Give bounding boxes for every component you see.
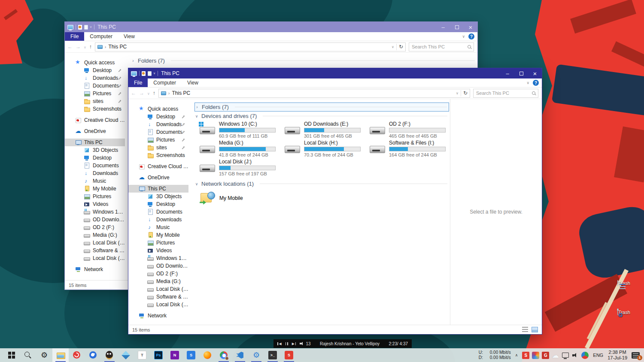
sidebar-item[interactable]: Media (G:) <box>128 278 188 285</box>
sidebar-item[interactable]: OD 2 (F:) <box>65 223 125 231</box>
onenote-app[interactable]: N <box>167 348 183 362</box>
sidebar-item[interactable]: Pictures <box>65 193 125 200</box>
tray-volume-icon[interactable] <box>571 352 579 359</box>
search-button[interactable] <box>20 348 36 362</box>
sidebar-item[interactable]: Local Disk (J:) <box>128 301 188 308</box>
folders-group-header[interactable]: Folders (7) <box>194 103 449 112</box>
sidebar-item[interactable]: Documents <box>65 162 125 169</box>
sidebar-item[interactable]: Desktop <box>65 154 125 162</box>
drive-item[interactable]: Local Disk (J:) 157 GB free of 197 GB <box>200 159 285 178</box>
sidebar-item[interactable]: Software & Files (I:) <box>65 247 125 254</box>
desktop-icon[interactable]: Trash <box>611 310 636 315</box>
forward-button[interactable] <box>76 44 81 50</box>
title-bar[interactable]: ∨ This PC <box>65 22 477 32</box>
ribbon-tab[interactable]: View <box>182 78 204 87</box>
sidebar-item[interactable]: Music <box>128 223 188 231</box>
sidebar-item[interactable]: Windows 10 (C:) <box>128 254 188 262</box>
hidden-icons-chevron-icon[interactable] <box>515 353 518 357</box>
sidebar-item[interactable]: Local Disk (H:) <box>128 285 188 293</box>
maximize-button[interactable] <box>514 68 528 78</box>
media-player-bar[interactable]: 13 Rajesh Krishnan - Yeto Vellipoy 2:23/… <box>273 339 412 348</box>
volume-control[interactable]: 13 <box>300 341 310 346</box>
breadcrumb[interactable]: This PC <box>172 90 191 96</box>
network-group-header[interactable]: Network locations (1) <box>194 179 449 188</box>
refresh-icon[interactable] <box>463 90 468 96</box>
drive-item[interactable]: OD Downloads (E:) 301 GB free of 465 GB <box>285 121 370 140</box>
chevron-down-icon[interactable]: ∨ <box>526 81 529 85</box>
sidebar-item[interactable]: OneDrive <box>128 174 188 181</box>
settings-app[interactable] <box>36 348 52 362</box>
sidebar-item[interactable]: Quick access <box>128 105 188 113</box>
red-s-app[interactable]: S <box>281 348 297 362</box>
start-button[interactable] <box>3 348 20 362</box>
sidebar-item[interactable]: Videos <box>128 247 188 254</box>
sidebar-item[interactable]: Pictures <box>65 90 125 97</box>
virtualbox-app[interactable] <box>118 348 134 362</box>
back-button[interactable] <box>67 44 73 50</box>
thunderbird-app[interactable] <box>85 348 101 362</box>
chevron-down-icon[interactable]: ∨ <box>462 34 465 39</box>
blue-gear-app[interactable] <box>248 348 264 362</box>
details-view-toggle-icon[interactable] <box>522 327 528 332</box>
minimize-button[interactable] <box>501 68 514 78</box>
up-button[interactable] <box>153 90 155 96</box>
ribbon-tab[interactable]: File <box>128 78 148 87</box>
address-dropdown-caret-icon[interactable]: ∨ <box>392 45 394 49</box>
sidebar-item[interactable]: Local Disk (J:) <box>65 254 125 262</box>
search-input[interactable] <box>476 90 532 96</box>
help-icon[interactable] <box>468 33 474 39</box>
sidebar-item[interactable]: Documents <box>128 128 188 136</box>
sidebar-item[interactable]: Desktop <box>128 113 188 121</box>
ribbon-tab[interactable]: Computer <box>84 32 118 41</box>
chevron-right-icon[interactable] <box>195 105 199 109</box>
quick-access-newfolder-icon[interactable] <box>148 71 152 76</box>
sidebar-item[interactable]: Music <box>65 177 125 185</box>
sidebar-item[interactable]: Documents <box>128 208 188 216</box>
network-location-item[interactable]: My Mobile <box>200 189 449 207</box>
sidebar-item[interactable]: This PC <box>65 139 125 146</box>
close-button[interactable] <box>464 22 477 32</box>
search-box[interactable] <box>409 42 474 51</box>
drive-item[interactable]: Local Disk (H:) 70.3 GB free of 244 GB <box>285 140 370 159</box>
quick-access-properties-icon[interactable] <box>78 25 82 30</box>
sidebar-item[interactable]: 3D Objects <box>128 193 188 200</box>
sidebar-item[interactable]: Screenshots <box>128 151 188 159</box>
back-button[interactable] <box>131 90 136 96</box>
title-bar[interactable]: ∨ This PC <box>128 68 542 78</box>
address-dropdown-caret-icon[interactable]: ∨ <box>456 91 459 95</box>
terminal-app[interactable]: >_ <box>264 348 281 362</box>
large-icons-view-toggle-icon[interactable] <box>532 327 538 332</box>
owl-app[interactable] <box>101 348 118 362</box>
tray-colorful-app-icon[interactable] <box>532 352 539 359</box>
sidebar-item[interactable]: Quick access <box>65 59 125 66</box>
sidebar-item[interactable]: Downloads <box>128 216 188 223</box>
sidebar-item[interactable]: Creative Cloud Files <box>65 116 125 124</box>
tray-security-icon[interactable] <box>581 352 589 359</box>
refresh-icon[interactable] <box>399 44 403 50</box>
chevron-down-icon[interactable] <box>194 114 199 118</box>
sidebar-item[interactable]: OD Downloads (E:) <box>128 262 188 270</box>
breadcrumb[interactable]: This PC <box>109 44 127 50</box>
sidebar-item[interactable]: sites <box>65 97 125 105</box>
quick-access-caret-icon[interactable]: ∨ <box>90 25 92 29</box>
language-indicator[interactable]: ENG <box>593 353 603 358</box>
tray-onedrive-icon[interactable] <box>552 352 559 359</box>
sidebar-item[interactable]: My Mobile <box>128 231 188 239</box>
photoshop-app[interactable]: Ps <box>150 348 167 362</box>
chrome-app[interactable] <box>216 348 232 362</box>
sidebar-item[interactable]: Downloads <box>65 169 125 177</box>
folders-group-header[interactable]: Folders (7) <box>131 56 477 65</box>
ribbon-tab[interactable]: View <box>118 32 140 41</box>
sidebar-item[interactable]: sites <box>128 144 188 151</box>
vscode-app[interactable] <box>232 348 248 362</box>
sidebar-item[interactable]: Network <box>128 312 188 320</box>
firefox-app[interactable] <box>199 348 216 362</box>
devices-group-header[interactable]: Devices and drives (7) <box>194 112 449 121</box>
drive-item[interactable]: Media (G:) 41.8 GB free of 244 GB <box>200 140 285 159</box>
sidebar-item[interactable]: Network <box>65 265 125 273</box>
close-button[interactable] <box>528 68 542 78</box>
red-circle-browser-app[interactable] <box>69 348 85 362</box>
minimize-button[interactable] <box>436 22 450 32</box>
tray-red-s-icon[interactable]: S <box>522 352 529 359</box>
sidebar-item[interactable]: Desktop <box>128 200 188 208</box>
